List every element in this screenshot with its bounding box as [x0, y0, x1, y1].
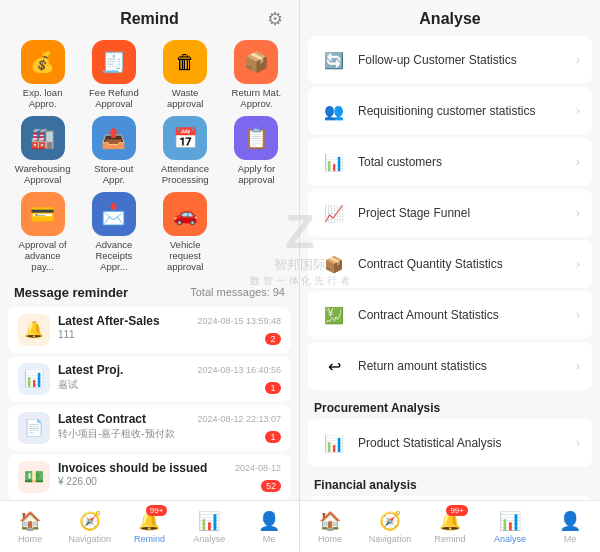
msg-badge: 1 — [265, 431, 281, 443]
analyse-item[interactable]: 🔄 Follow-up Customer Statistics › — [308, 36, 592, 84]
analyse-icon: ↩ — [320, 352, 348, 380]
nav-label: Home — [318, 534, 342, 544]
analyse-item[interactable]: ↩ Return amount statistics › — [308, 342, 592, 390]
grid-item[interactable]: 🚗 Vehicle request approval — [153, 192, 218, 273]
left-nav-item-home[interactable]: 🏠 Home — [0, 501, 60, 552]
msg-title: Latest After-Sales — [58, 314, 160, 328]
msg-desc: 转小项目-嘉子租收-预付款 — [58, 427, 228, 441]
analyse-text: Project Stage Funnel — [358, 206, 566, 220]
grid-item[interactable]: 📦 Return Mat. Approv. — [224, 40, 289, 110]
right-header: Analyse — [300, 0, 600, 36]
nav-icon: 📊 — [499, 510, 521, 532]
msg-title: Latest Proj. — [58, 363, 123, 377]
right-nav-item-navigation[interactable]: 🧭 Navigation — [360, 501, 420, 552]
msg-title-row: Invoices should be issued 2024-08-12 — [58, 461, 281, 475]
analyse-list: 🔄 Follow-up Customer Statistics › 👥 Requ… — [300, 36, 600, 500]
chevron-right-icon: › — [576, 257, 580, 271]
nav-label: Me — [263, 534, 276, 544]
analyse-item[interactable]: 👥 Requisitioning customer statistics › — [308, 87, 592, 135]
nav-badge: 99+ — [146, 505, 168, 516]
grid-item[interactable]: 💰 Exp. loan Appro. — [10, 40, 75, 110]
msg-content: Latest Proj. 2024-08-13 16:40:56 嘉试 — [58, 363, 281, 392]
grid-icon: 📋 — [234, 116, 278, 160]
gear-icon[interactable]: ⚙ — [267, 8, 283, 30]
nav-label: Analyse — [494, 534, 526, 544]
right-nav-item-analyse[interactable]: 📊 Analyse — [480, 501, 540, 552]
msg-time: 2024-08-12 22:13:07 — [197, 414, 281, 424]
grid-item[interactable]: 📩 Advance Receipts Appr... — [81, 192, 146, 273]
left-bottom-nav: 🏠 Home 🧭 Navigation 99+ 🔔 Remind 📊 Analy… — [0, 500, 299, 552]
message-item[interactable]: 💵 Invoices should be issued 2024-08-12 ¥… — [8, 454, 291, 500]
nav-label: Me — [564, 534, 577, 544]
icon-grid: 💰 Exp. loan Appro. 🧾 Fee Refund Approval… — [0, 34, 299, 279]
grid-item[interactable]: 💳 Approval of advance pay... — [10, 192, 75, 273]
analyse-text: Follow-up Customer Statistics — [358, 53, 566, 67]
grid-item[interactable]: 🗑 Waste approval — [153, 40, 218, 110]
chevron-right-icon: › — [576, 359, 580, 373]
analyse-item[interactable]: 📊 Product Statistical Analysis › — [308, 419, 592, 467]
message-section: Message reminder Total messages: 94 🔔 La… — [0, 279, 299, 500]
msg-title-row: Latest Contract 2024-08-12 22:13:07 — [58, 412, 281, 426]
analyse-icon: 💹 — [320, 301, 348, 329]
left-nav-item-me[interactable]: 👤 Me — [239, 501, 299, 552]
message-item[interactable]: 🔔 Latest After-Sales 2024-08-15 13:59:48… — [8, 307, 291, 353]
grid-label: Apply for approval — [226, 163, 286, 186]
msg-icon: 🔔 — [18, 314, 50, 346]
nav-icon: 👤 — [258, 510, 280, 532]
nav-badge: 99+ — [446, 505, 468, 516]
nav-label: Navigation — [68, 534, 111, 544]
nav-icon: 🧭 — [379, 510, 401, 532]
grid-item[interactable]: 📤 Store-out Appr. — [81, 116, 146, 186]
right-nav-item-me[interactable]: 👤 Me — [540, 501, 600, 552]
message-item[interactable]: 📄 Latest Contract 2024-08-12 22:13:07 转小… — [8, 405, 291, 451]
grid-icon: 📦 — [234, 40, 278, 84]
msg-content: Latest After-Sales 2024-08-15 13:59:48 1… — [58, 314, 281, 340]
left-nav-item-navigation[interactable]: 🧭 Navigation — [60, 501, 120, 552]
msg-content: Latest Contract 2024-08-12 22:13:07 转小项目… — [58, 412, 281, 441]
message-count: Total messages: 94 — [190, 286, 285, 298]
nav-label: Analyse — [193, 534, 225, 544]
grid-item[interactable]: 📅 Attendance Processing — [153, 116, 218, 186]
analyse-title: Analyse — [316, 10, 584, 28]
analyse-item[interactable]: 📊 Total customers › — [308, 138, 592, 186]
chevron-right-icon: › — [576, 155, 580, 169]
analyse-item[interactable]: 📦 Contract Quantity Statistics › — [308, 240, 592, 288]
grid-icon: 🏭 — [21, 116, 65, 160]
chevron-right-icon: › — [576, 206, 580, 220]
grid-item[interactable]: 🧾 Fee Refund Approval — [81, 40, 146, 110]
analyse-text: Requisitioning customer statistics — [358, 104, 566, 118]
nav-icon: 🧭 — [79, 510, 101, 532]
right-bottom-nav: 🏠 Home 🧭 Navigation 99+ 🔔 Remind 📊 Analy… — [300, 500, 600, 552]
analyse-item[interactable]: 💹 Contract Amount Statistics › — [308, 291, 592, 339]
grid-icon: 📩 — [92, 192, 136, 236]
msg-time: 2024-08-15 13:59:48 — [197, 316, 281, 326]
msg-desc: 嘉试 — [58, 378, 228, 392]
analyse-icon: 📊 — [320, 148, 348, 176]
msg-icon: 📊 — [18, 363, 50, 395]
grid-icon: 💰 — [21, 40, 65, 84]
msg-badge: 52 — [261, 480, 281, 492]
left-nav-item-analyse[interactable]: 📊 Analyse — [179, 501, 239, 552]
analyse-text: Total customers — [358, 155, 566, 169]
msg-time: 2024-08-12 — [235, 463, 281, 473]
analyse-icon: 👥 — [320, 97, 348, 125]
msg-title-row: Latest After-Sales 2024-08-15 13:59:48 — [58, 314, 281, 328]
grid-label: Fee Refund Approval — [84, 87, 144, 110]
msg-badge: 2 — [265, 333, 281, 345]
msg-title: Invoices should be issued — [58, 461, 207, 475]
left-header: Remind ⚙ — [0, 0, 299, 34]
grid-icon: 🧾 — [92, 40, 136, 84]
nav-icon: 📊 — [198, 510, 220, 532]
right-nav-item-home[interactable]: 🏠 Home — [300, 501, 360, 552]
grid-item[interactable]: 📋 Apply for approval — [224, 116, 289, 186]
grid-icon: 💳 — [21, 192, 65, 236]
msg-title: Latest Contract — [58, 412, 146, 426]
right-nav-item-remind[interactable]: 99+ 🔔 Remind — [420, 501, 480, 552]
chevron-right-icon: › — [576, 308, 580, 322]
chevron-right-icon: › — [576, 53, 580, 67]
left-nav-item-remind[interactable]: 99+ 🔔 Remind — [120, 501, 180, 552]
analyse-text: Return amount statistics — [358, 359, 566, 373]
grid-item[interactable]: 🏭 Warehousing Approval — [10, 116, 75, 186]
analyse-item[interactable]: 📈 Project Stage Funnel › — [308, 189, 592, 237]
message-item[interactable]: 📊 Latest Proj. 2024-08-13 16:40:56 嘉试 1 — [8, 356, 291, 402]
